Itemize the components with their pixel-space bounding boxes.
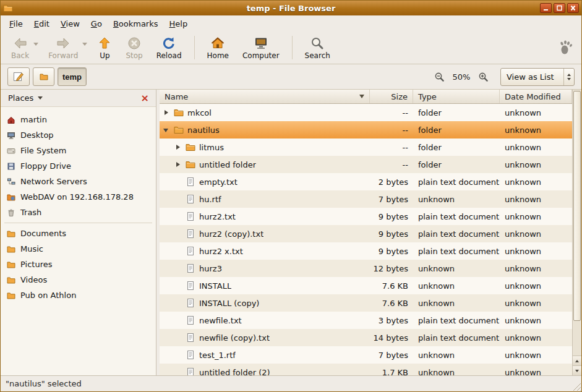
file-row-untitled-folder[interactable]: untitled folder--folderunknown: [160, 156, 572, 173]
place-floppy-drive[interactable]: Floppy Drive: [1, 158, 156, 174]
toolbar: BackForwardUpStopReloadHomeComputerSearc…: [1, 32, 581, 64]
file-size: 9 bytes: [370, 242, 413, 260]
file-rows: mkcol--folderunknownnautilus--folderunkn…: [160, 104, 572, 375]
file-row-hurz2-txt[interactable]: hurz2.txt9 bytesplain text documentunkno…: [160, 208, 572, 225]
vertical-scrollbar[interactable]: [572, 90, 581, 375]
toggle-location-entry-button[interactable]: [7, 67, 30, 86]
toolbar-separator: [292, 36, 293, 59]
places-selector[interactable]: Places: [5, 92, 46, 104]
place-documents[interactable]: Documents: [1, 226, 156, 241]
expander-closed-icon[interactable]: [175, 161, 182, 168]
file-modified: unknown: [500, 190, 572, 208]
menu-go[interactable]: Go: [85, 17, 108, 31]
computer-icon: [254, 36, 268, 51]
titlebar[interactable]: temp - File Browser: [1, 1, 581, 15]
close-sidebar-button[interactable]: ×: [139, 93, 152, 104]
place-pictures[interactable]: Pictures: [1, 257, 156, 272]
file-type: folder: [413, 156, 500, 173]
file-row-nautilus[interactable]: nautilus--folderunknown: [160, 121, 572, 138]
stop-icon: [127, 36, 142, 51]
menu-file[interactable]: File: [4, 17, 28, 31]
resize-grip[interactable]: [572, 382, 581, 391]
place-label: Pictures: [20, 260, 52, 269]
place-videos[interactable]: Videos: [1, 272, 156, 288]
zoom-in-icon: [478, 72, 489, 82]
file-row-mkcol[interactable]: mkcol--folderunknown: [160, 104, 572, 121]
place-label: Documents: [20, 229, 66, 238]
location-bar: temp 50% View as List: [1, 64, 581, 90]
up-button[interactable]: Up: [90, 35, 119, 61]
view-as-select[interactable]: View as List: [500, 68, 575, 86]
place-pub-on-athlon[interactable]: Pub on Athlon: [1, 288, 156, 303]
file-size: --: [370, 138, 413, 156]
place-file-system[interactable]: File System: [1, 143, 156, 158]
place-label: File System: [20, 146, 66, 155]
path-root-button[interactable]: [33, 67, 54, 86]
file-row-newfile-copy-txt[interactable]: newfile (copy).txt14 bytesplain text doc…: [160, 329, 572, 346]
file-type: unknown: [413, 294, 500, 312]
expander-closed-icon[interactable]: [175, 144, 182, 151]
file-size: 7.6 KB: [370, 277, 413, 294]
place-webdav-on-192-168-178-28[interactable]: WebDAV on 192.168.178.28: [1, 189, 156, 205]
column-header-date-modified[interactable]: Date Modified: [500, 90, 572, 103]
computer-button[interactable]: Computer: [236, 35, 286, 61]
place-music[interactable]: Music: [1, 241, 156, 257]
file-name: mkcol: [187, 108, 212, 117]
scroll-up-button[interactable]: [573, 356, 581, 365]
file-row-install-copy[interactable]: INSTALL (copy)7.6 KBunknownunknown: [160, 294, 572, 312]
minimize-button[interactable]: [540, 3, 552, 13]
file-row-hurz2-copy-txt[interactable]: hurz2 (copy).txt9 bytesplain text docume…: [160, 225, 572, 242]
column-header-name[interactable]: Name: [160, 90, 370, 103]
place-trash[interactable]: Trash: [1, 205, 156, 220]
file-row-hurz3[interactable]: hurz312 bytesunknownunknown: [160, 260, 572, 277]
scroll-down-button[interactable]: [573, 365, 581, 375]
file-type: unknown: [413, 364, 500, 375]
file-name: hurz2.txt: [199, 212, 236, 221]
folder-icon: [186, 160, 195, 169]
menu-edit[interactable]: Edit: [28, 17, 55, 31]
menu-bookmarks[interactable]: Bookmarks: [108, 17, 164, 31]
scrollbar-track[interactable]: [573, 90, 581, 355]
place-martin[interactable]: martin: [1, 112, 156, 127]
expander-closed-icon[interactable]: [163, 109, 170, 116]
column-header-type[interactable]: Type: [413, 90, 500, 103]
zoom-out-button[interactable]: [433, 70, 446, 83]
file-name: untitled folder: [199, 160, 256, 169]
place-desktop[interactable]: Desktop: [1, 127, 156, 143]
throbber: [558, 40, 578, 56]
file-row-newfile-txt[interactable]: newfile.txt3 bytesplain text documentunk…: [160, 312, 572, 329]
menu-help[interactable]: Help: [164, 17, 194, 31]
path-current-button[interactable]: temp: [58, 67, 87, 86]
view-as-spinner[interactable]: [563, 69, 574, 85]
home-button[interactable]: Home: [200, 35, 236, 61]
column-header-size[interactable]: Size: [370, 90, 413, 103]
file-modified: unknown: [500, 121, 572, 138]
maximize-button[interactable]: [554, 3, 565, 13]
scrollbar-thumb[interactable]: [573, 91, 581, 321]
expander-open-icon[interactable]: [163, 127, 170, 134]
filesystem-icon: [7, 147, 15, 155]
menu-view[interactable]: View: [55, 17, 85, 31]
file-row-hurz2-x-txt[interactable]: hurz2 x.txt9 bytesplain text documentunk…: [160, 242, 572, 260]
file-type: plain text document: [413, 225, 500, 242]
close-button[interactable]: [567, 3, 579, 13]
reload-button[interactable]: Reload: [150, 35, 189, 61]
file-row-litmus[interactable]: litmus--folderunknown: [160, 138, 572, 156]
text-file-icon: [186, 229, 195, 239]
file-row-test-1-rtf[interactable]: test_1.rtf7 bytesunknownunknown: [160, 346, 572, 364]
file-row-untitled-folder-2[interactable]: untitled folder (2)1.7 KBunknownunknown: [160, 364, 572, 375]
file-row-empty-txt[interactable]: empty.txt2 bytesplain text documentunkno…: [160, 173, 572, 190]
file-type: plain text document: [413, 329, 500, 346]
search-button[interactable]: Search: [298, 35, 337, 61]
folder-icon: [174, 108, 184, 117]
file-modified: unknown: [500, 138, 572, 156]
zoom-in-button[interactable]: [477, 70, 490, 83]
forward-icon: [56, 36, 71, 51]
file-row-install[interactable]: INSTALL7.6 KBunknownunknown: [160, 277, 572, 294]
file-size: --: [370, 156, 413, 173]
file-modified: unknown: [500, 312, 572, 329]
floppy-icon: [7, 162, 15, 171]
folder-small-icon: [7, 229, 15, 238]
place-network-servers[interactable]: Network Servers: [1, 174, 156, 189]
file-row-hu-rtf[interactable]: hu.rtf7 bytesunknownunknown: [160, 190, 572, 208]
